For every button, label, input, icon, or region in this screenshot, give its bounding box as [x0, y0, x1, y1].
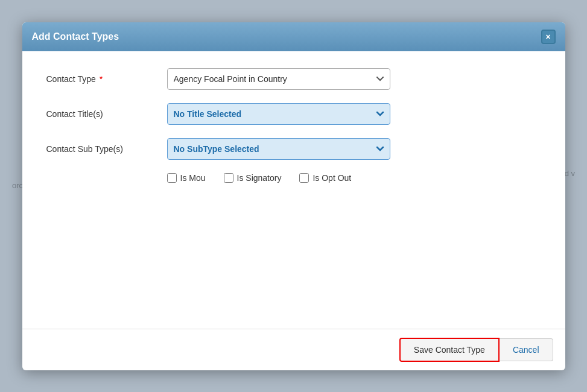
contact-type-label: Contact Type * — [46, 74, 167, 84]
modal-body: Contact Type * Agency Focal Point in Cou… — [22, 51, 565, 329]
contact-type-select[interactable]: Agency Focal Point in Country — [167, 68, 390, 90]
checkboxes-row: Is Mou Is Signatory Is Opt Out — [167, 173, 541, 183]
modal-close-button[interactable]: × — [541, 30, 556, 44]
is-optout-checkbox[interactable] — [299, 173, 309, 183]
is-signatory-checkbox-container[interactable]: Is Signatory — [224, 173, 282, 183]
contact-type-row: Contact Type * Agency Focal Point in Cou… — [46, 68, 541, 90]
required-indicator: * — [100, 74, 103, 84]
contact-titles-label: Contact Title(s) — [46, 109, 167, 119]
contact-subtype-select[interactable]: No SubType Selected — [167, 138, 390, 160]
save-contact-type-button[interactable]: Save Contact Type — [399, 338, 500, 362]
modal-footer: Save Contact Type Cancel — [22, 329, 565, 370]
is-mou-checkbox[interactable] — [167, 173, 177, 183]
is-optout-checkbox-container[interactable]: Is Opt Out — [299, 173, 351, 183]
modal-overlay: Add Contact Types × Contact Type * Agenc… — [0, 0, 587, 392]
modal-title: Add Contact Types — [32, 31, 119, 42]
is-mou-label: Is Mou — [180, 173, 206, 183]
modal-header: Add Contact Types × — [22, 22, 565, 51]
contact-subtype-label: Contact Sub Type(s) — [46, 144, 167, 154]
contact-titles-select[interactable]: No Title Selected — [167, 103, 390, 125]
is-mou-checkbox-container[interactable]: Is Mou — [167, 173, 206, 183]
contact-subtype-row: Contact Sub Type(s) No SubType Selected — [46, 138, 541, 160]
cancel-button[interactable]: Cancel — [500, 338, 553, 361]
is-optout-label: Is Opt Out — [313, 173, 351, 183]
is-signatory-label: Is Signatory — [237, 173, 282, 183]
add-contact-types-modal: Add Contact Types × Contact Type * Agenc… — [22, 22, 565, 370]
contact-titles-row: Contact Title(s) No Title Selected — [46, 103, 541, 125]
is-signatory-checkbox[interactable] — [224, 173, 233, 183]
